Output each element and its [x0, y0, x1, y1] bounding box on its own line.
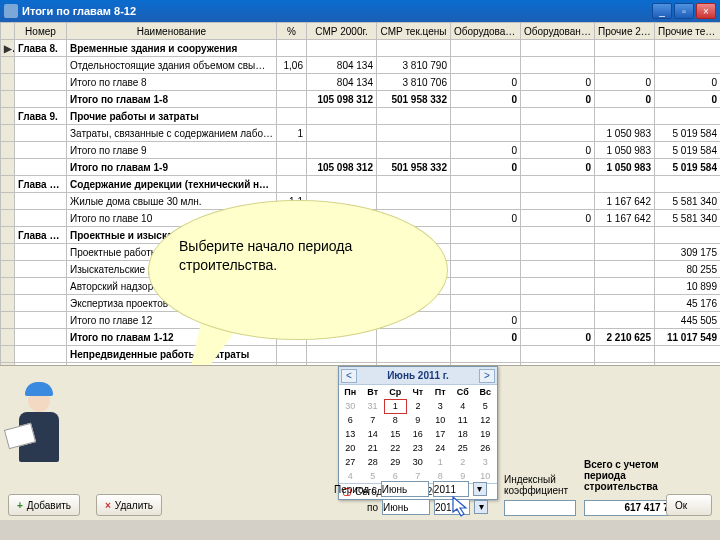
close-button[interactable]: ×: [696, 3, 716, 19]
calendar-day[interactable]: 5: [474, 399, 497, 413]
calendar-title[interactable]: Июнь 2011 г.: [387, 370, 449, 381]
calendar-day[interactable]: 6: [339, 413, 362, 427]
calendar-day[interactable]: 30: [339, 399, 362, 413]
table-row[interactable]: ▶Глава 8.Временные здания и сооружения: [1, 40, 721, 57]
table-row[interactable]: Итого по главе 8804 1343 810 7060000: [1, 74, 721, 91]
col-other2000: Прочие 2000г.: [595, 23, 655, 40]
col-equip2000: Оборудование 2000г.: [451, 23, 521, 40]
calendar-day[interactable]: 31: [362, 399, 385, 413]
remove-button-label: Удалить: [115, 500, 153, 511]
calendar-day[interactable]: 18: [452, 427, 475, 441]
calendar-day[interactable]: 17: [429, 427, 452, 441]
table-header-row: Номер Наименование % СМР 2000г. СМР тек.…: [1, 23, 721, 40]
table-row[interactable]: Итого по главам 1-9105 098 312501 958 33…: [1, 159, 721, 176]
ok-button[interactable]: Ок: [666, 494, 712, 516]
minimize-button[interactable]: _: [652, 3, 672, 19]
calendar-day[interactable]: 28: [362, 455, 385, 469]
calendar-day[interactable]: 19: [474, 427, 497, 441]
calendar-day[interactable]: 1: [384, 399, 407, 413]
remove-button[interactable]: × Удалить: [96, 494, 162, 516]
calendar-day[interactable]: 2: [407, 399, 430, 413]
period-from-month[interactable]: [381, 481, 429, 497]
hint-text: Выберите начало периода строительства.: [179, 237, 417, 275]
calendar-day[interactable]: 2: [452, 455, 475, 469]
index-coefficient-label: Индексный коэффициент: [504, 474, 584, 496]
calendar-day[interactable]: 26: [474, 441, 497, 455]
calendar-day[interactable]: 27: [339, 455, 362, 469]
table-row[interactable]: Глава 10.Содержание дирекции (технически…: [1, 176, 721, 193]
next-month-button[interactable]: >: [479, 369, 495, 383]
calendar-day[interactable]: 8: [384, 413, 407, 427]
calendar-day[interactable]: 14: [362, 427, 385, 441]
table-row[interactable]: Затраты, связанные с содержанием лаборат…: [1, 125, 721, 142]
col-smr2000: СМР 2000г.: [307, 23, 377, 40]
table-row[interactable]: Глава 9.Прочие работы и затраты: [1, 108, 721, 125]
hint-callout: Выберите начало периода строительства.: [148, 200, 448, 340]
calendar-day[interactable]: 16: [407, 427, 430, 441]
assistant-avatar: [8, 378, 70, 468]
add-button-label: Добавить: [27, 500, 71, 511]
calendar-day[interactable]: 12: [474, 413, 497, 427]
calendar-day[interactable]: 11: [452, 413, 475, 427]
col-number: Номер: [15, 23, 67, 40]
bottom-panel: + Добавить × Удалить < Июнь 2011 г. > Пн…: [0, 365, 720, 520]
calendar-day[interactable]: 1: [429, 455, 452, 469]
table-row[interactable]: Отдельностоящие здания объемом свыше 50т…: [1, 57, 721, 74]
dropdown-icon[interactable]: ▾: [474, 500, 488, 514]
svg-marker-0: [453, 497, 466, 516]
mouse-cursor-icon: [452, 496, 470, 518]
ok-button-label: Ок: [675, 500, 687, 511]
table-row[interactable]: Итого по главе 9001 050 9835 019 584: [1, 142, 721, 159]
calendar-day[interactable]: 22: [384, 441, 407, 455]
col-name: Наименование: [67, 23, 277, 40]
add-button[interactable]: + Добавить: [8, 494, 80, 516]
x-icon: ×: [105, 500, 111, 511]
col-equip-cur: Оборудование тек.цены: [521, 23, 595, 40]
col-smr-cur: СМР тек.цены: [377, 23, 451, 40]
window-titlebar: Итоги по главам 8-12 _ ▫ ×: [0, 0, 720, 22]
table-row[interactable]: Итого по главам 1-8105 098 312501 958 33…: [1, 91, 721, 108]
calendar-day[interactable]: 15: [384, 427, 407, 441]
dropdown-icon[interactable]: ▾: [473, 482, 487, 496]
plus-icon: +: [17, 500, 23, 511]
calendar-day[interactable]: 13: [339, 427, 362, 441]
calendar-day[interactable]: 7: [362, 413, 385, 427]
calendar-day[interactable]: 20: [339, 441, 362, 455]
calendar-day[interactable]: 24: [429, 441, 452, 455]
table-row[interactable]: Непредвиденные работы и затраты: [1, 346, 721, 363]
period-from-label: Период с: [334, 484, 377, 495]
calendar-day[interactable]: 30: [407, 455, 430, 469]
window-title: Итоги по главам 8-12: [22, 5, 650, 17]
calendar-day[interactable]: 29: [384, 455, 407, 469]
total-label: Всего с учетом периода строительства: [584, 459, 694, 492]
period-to-label: по: [334, 502, 378, 513]
calendar-day[interactable]: 3: [429, 399, 452, 413]
index-coefficient-input[interactable]: [504, 500, 576, 516]
calendar-day[interactable]: 3: [474, 455, 497, 469]
calendar-day[interactable]: 21: [362, 441, 385, 455]
prev-month-button[interactable]: <: [341, 369, 357, 383]
col-percent: %: [277, 23, 307, 40]
calendar-day[interactable]: 25: [452, 441, 475, 455]
calendar-day[interactable]: 4: [452, 399, 475, 413]
period-to-month[interactable]: [382, 499, 430, 515]
calendar-day[interactable]: 9: [407, 413, 430, 427]
calendar-grid[interactable]: ПнВтСрЧтПтСбВс 3031123456789101112131415…: [339, 385, 497, 483]
maximize-button[interactable]: ▫: [674, 3, 694, 19]
col-other-cur: Прочие тек.цены: [655, 23, 721, 40]
calendar-day[interactable]: 23: [407, 441, 430, 455]
period-from-year[interactable]: [433, 481, 469, 497]
calendar-day[interactable]: 10: [429, 413, 452, 427]
app-icon: [4, 4, 18, 18]
